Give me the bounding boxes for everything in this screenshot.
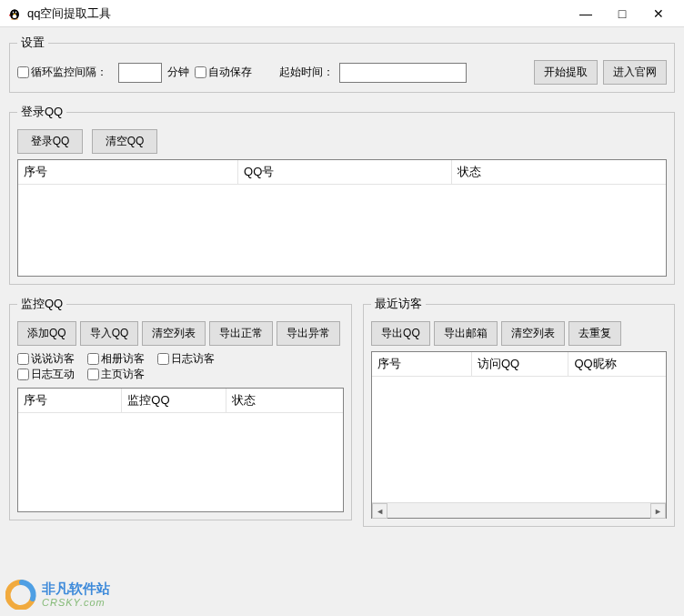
export-qq-button[interactable]: 导出QQ (371, 321, 430, 346)
check-homepage[interactable]: 主页访客 (87, 367, 145, 382)
login-qq-table[interactable]: 序号 QQ号 状态 (17, 159, 667, 277)
svg-point-3 (13, 11, 15, 13)
monitor-col-qq[interactable]: 监控QQ (122, 389, 226, 412)
app-icon (7, 6, 22, 21)
auto-save-checkbox-label[interactable]: 自动保存 (195, 65, 252, 80)
titlebar: qq空间提取工具 — □ ✕ (0, 0, 684, 27)
scroll-right-icon[interactable]: ► (650, 503, 666, 519)
login-qq-col-qq[interactable]: QQ号 (238, 160, 452, 184)
add-qq-button[interactable]: 添加QQ (17, 321, 76, 346)
start-time-input[interactable] (339, 63, 467, 83)
minimize-button[interactable]: — (568, 1, 604, 26)
visitor-clear-list-button[interactable]: 清空列表 (501, 321, 565, 346)
check-shuoshuo[interactable]: 说说访客 (17, 351, 75, 367)
watermark: 非凡软件站 CRSKY.com (5, 577, 110, 612)
visitor-h-scrollbar[interactable]: ◄ ► (372, 502, 666, 518)
close-button[interactable]: ✕ (640, 1, 677, 26)
recent-visitor-table-body[interactable] (372, 377, 666, 502)
login-qq-legend: 登录QQ (17, 104, 66, 120)
recent-visitor-legend: 最近访客 (371, 296, 426, 312)
start-time-label: 起始时间： (279, 65, 334, 80)
import-qq-button[interactable]: 导入QQ (80, 321, 139, 346)
check-journal[interactable]: 日志访客 (157, 351, 215, 367)
monitor-qq-group: 监控QQ 添加QQ 导入QQ 清空列表 导出正常 导出异常 说说访客 相册访客 … (9, 296, 352, 520)
monitor-qq-legend: 监控QQ (17, 296, 66, 312)
monitor-qq-table-header: 序号 监控QQ 状态 (18, 389, 343, 413)
maximize-button[interactable]: □ (604, 1, 640, 26)
monitor-col-status[interactable]: 状态 (226, 389, 344, 412)
export-normal-button[interactable]: 导出正常 (209, 321, 273, 346)
start-extract-button[interactable]: 开始提取 (534, 60, 598, 85)
export-abnormal-button[interactable]: 导出异常 (277, 321, 340, 346)
window-title: qq空间提取工具 (27, 5, 568, 22)
login-qq-col-status[interactable]: 状态 (452, 160, 666, 184)
monitor-col-index[interactable]: 序号 (18, 389, 122, 412)
bottom-row: 监控QQ 添加QQ 导入QQ 清空列表 导出正常 导出异常 说说访客 相册访客 … (9, 296, 675, 527)
settings-group: 设置 循环监控间隔： 分钟 自动保存 起始时间： 开始提取 进入官网 (9, 35, 675, 93)
clear-qq-button[interactable]: 清空QQ (92, 129, 157, 154)
recent-visitor-group: 最近访客 导出QQ 导出邮箱 清空列表 去重复 序号 访问QQ QQ昵称 ◄ ► (363, 296, 675, 527)
monitor-qq-table[interactable]: 序号 监控QQ 状态 (17, 388, 344, 512)
svg-point-4 (15, 11, 17, 13)
monitor-qq-table-body[interactable] (18, 413, 343, 511)
loop-interval-label-text: 循环监控间隔： (31, 65, 107, 80)
scroll-left-icon[interactable]: ◄ (372, 503, 387, 519)
recent-visitor-table-header: 序号 访问QQ QQ昵称 (372, 352, 666, 377)
recent-visitor-table[interactable]: 序号 访问QQ QQ昵称 ◄ ► (371, 351, 667, 519)
enter-site-button[interactable]: 进入官网 (603, 60, 667, 85)
auto-save-label-text: 自动保存 (208, 65, 252, 80)
login-qq-table-header: 序号 QQ号 状态 (18, 160, 666, 185)
visitor-col-nick[interactable]: QQ昵称 (568, 352, 666, 376)
export-mail-button[interactable]: 导出邮箱 (434, 321, 498, 346)
login-qq-table-body[interactable] (18, 185, 666, 276)
svg-point-5 (14, 13, 16, 15)
loop-interval-input[interactable] (118, 63, 162, 83)
login-qq-col-index[interactable]: 序号 (18, 160, 238, 184)
check-journal-interact[interactable]: 日志互动 (17, 367, 75, 382)
watermark-text: 非凡软件站 CRSKY.com (42, 581, 110, 608)
svg-point-2 (13, 15, 17, 18)
login-qq-button[interactable]: 登录QQ (17, 129, 83, 154)
loop-interval-checkbox[interactable] (17, 66, 29, 78)
auto-save-checkbox[interactable] (195, 66, 206, 78)
visitor-col-qq[interactable]: 访问QQ (472, 352, 569, 376)
settings-legend: 设置 (17, 35, 48, 51)
dedupe-button[interactable]: 去重复 (568, 321, 621, 346)
clear-list-button[interactable]: 清空列表 (142, 321, 206, 346)
minute-unit: 分钟 (167, 65, 189, 80)
loop-interval-checkbox-label[interactable]: 循环监控间隔： (17, 65, 107, 80)
client-area: 设置 循环监控间隔： 分钟 自动保存 起始时间： 开始提取 进入官网 登录QQ … (0, 27, 684, 534)
watermark-en: CRSKY.com (42, 597, 110, 608)
visitor-col-index[interactable]: 序号 (372, 352, 472, 376)
scroll-track[interactable] (387, 503, 650, 518)
watermark-icon (5, 577, 38, 612)
login-qq-group: 登录QQ 登录QQ 清空QQ 序号 QQ号 状态 (9, 104, 675, 285)
check-album[interactable]: 相册访客 (87, 351, 145, 367)
watermark-ch: 非凡软件站 (42, 581, 110, 597)
